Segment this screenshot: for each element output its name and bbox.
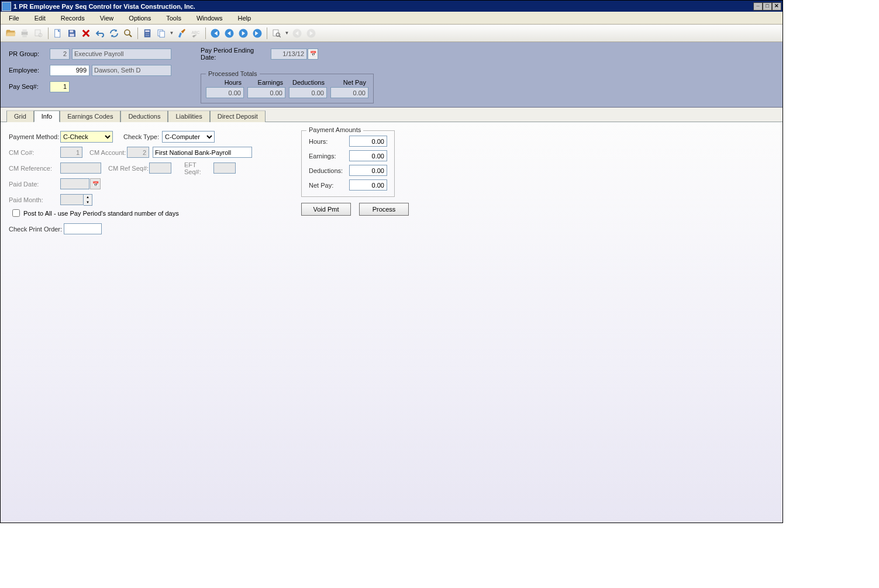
tab-grid[interactable]: Grid [6,110,34,122]
menu-windows[interactable]: Windows [193,13,226,23]
svg-rect-2 [22,34,27,37]
next-record-icon[interactable] [237,27,250,40]
menu-records[interactable]: Records [57,13,88,23]
app-icon [2,2,11,11]
find-record-icon[interactable] [270,27,283,40]
cm-ref-seq-field [149,162,171,174]
void-pmt-button[interactable]: Void Pmt [301,203,351,216]
brush-icon[interactable] [175,27,188,40]
prev-record-icon[interactable] [223,27,236,40]
menu-file[interactable]: File [5,13,23,23]
menu-options[interactable]: Options [125,13,154,23]
pt-earnings [247,87,285,98]
menubar: File Edit Records View Options Tools Win… [1,12,783,25]
toolbar: ▼ ABC ▼ [1,25,783,42]
first-record-icon[interactable] [209,27,222,40]
save-icon[interactable] [66,27,78,40]
tab-bar: Grid Info Earnings Codes Deductions Liab… [1,110,783,122]
menu-help[interactable]: Help [235,13,255,23]
tab-info[interactable]: Info [34,110,60,122]
employee-field[interactable] [50,65,89,76]
col-earnings-label: Earnings [247,79,285,86]
copy-icon[interactable] [155,27,168,40]
separator [48,27,49,39]
svg-point-16 [149,35,150,36]
pay-seq-field[interactable] [50,81,70,92]
menu-edit[interactable]: Edit [31,13,49,23]
delete-icon[interactable] [80,27,92,40]
open-icon[interactable] [4,27,17,40]
pa-deductions-field [349,165,387,176]
refresh-icon[interactable] [108,27,120,40]
pr-group-desc [72,49,171,60]
maximize-button[interactable] [763,2,772,11]
separator [205,27,206,39]
dropdown-icon[interactable]: ▼ [169,30,174,36]
svg-rect-1 [22,29,27,32]
eft-seq-label: EFT Seq#: [184,161,213,175]
pa-earnings-field [349,150,387,161]
last-record-icon[interactable] [251,27,264,40]
separator [267,27,267,39]
pa-deductions-label: Deductions: [309,167,343,174]
pa-hours-label: Hours: [309,138,328,145]
calendar-icon[interactable]: 📅 [308,49,318,60]
tab-content-info: Payment Method: C-Check Check Type: C-Co… [1,122,783,523]
post-to-all-checkbox[interactable] [12,209,20,217]
check-type-select[interactable]: C-Computer [162,131,215,143]
check-print-order-field[interactable] [64,223,102,234]
print-preview-icon[interactable] [32,27,45,40]
process-button[interactable]: Process [359,203,409,216]
period-end-field [271,49,307,60]
header-panel: PR Group: Employee: Pay Seq#: Pay Period… [1,42,783,108]
nav-forward-icon[interactable] [305,27,318,40]
minimize-button[interactable] [753,2,763,11]
svg-rect-0 [22,32,28,35]
search-icon[interactable] [122,27,135,40]
spinner-up-icon[interactable]: ▲ [84,195,92,200]
tab-liabilities[interactable]: Liabilities [168,110,209,122]
tab-deductions[interactable]: Deductions [120,110,168,122]
menu-tools[interactable]: Tools [163,13,185,23]
print-icon[interactable] [18,27,31,40]
paid-date-label: Paid Date: [9,181,60,188]
payment-amounts-group: Payment Amounts Hours: Earnings: Deducti… [301,130,395,197]
dropdown-icon[interactable]: ▼ [284,30,289,36]
cm-account-desc[interactable] [153,147,252,158]
payment-method-label: Payment Method: [9,133,60,140]
svg-point-11 [146,33,147,34]
close-button[interactable] [772,2,781,11]
cm-account-label: CM Account: [89,149,127,156]
titlebar[interactable]: 1 PR Employee Pay Seq Control for Vista … [1,1,783,12]
window-title: 1 PR Employee Pay Seq Control for Vista … [13,3,753,10]
paid-month-field [60,194,84,205]
svg-rect-6 [70,30,73,32]
calendar-icon[interactable]: 📅 [90,178,101,189]
app-window: 1 PR Employee Pay Seq Control for Vista … [0,0,783,523]
spinner-down-icon[interactable]: ▼ [84,200,92,205]
undo-icon[interactable] [94,27,106,40]
svg-rect-18 [160,31,164,37]
tab-direct-deposit[interactable]: Direct Deposit [210,110,266,122]
tab-earnings[interactable]: Earnings Codes [60,110,120,122]
svg-rect-10 [145,30,150,32]
nav-back-icon[interactable] [291,27,304,40]
svg-point-8 [125,30,130,35]
svg-point-13 [149,33,150,34]
cm-co-label: CM Co#: [9,149,60,156]
payment-method-select[interactable]: C-Check [60,131,113,143]
col-deductions-label: Deductions [289,79,327,86]
pa-netpay-label: Net Pay: [309,182,333,189]
svg-point-12 [147,33,148,34]
pa-hours-field [349,136,387,147]
calculator-icon[interactable] [141,27,154,40]
menu-view[interactable]: View [96,13,118,23]
period-end-label: Pay Period Ending Date: [201,47,271,61]
new-icon[interactable] [51,27,64,40]
svg-rect-7 [70,33,74,36]
pa-earnings-label: Earnings: [309,153,336,160]
spellcheck-icon[interactable]: ABC [189,27,202,40]
cm-ref-seq-label: CM Ref Seq#: [108,165,149,172]
cm-co-field [60,147,82,158]
svg-text:ABC: ABC [192,30,200,34]
